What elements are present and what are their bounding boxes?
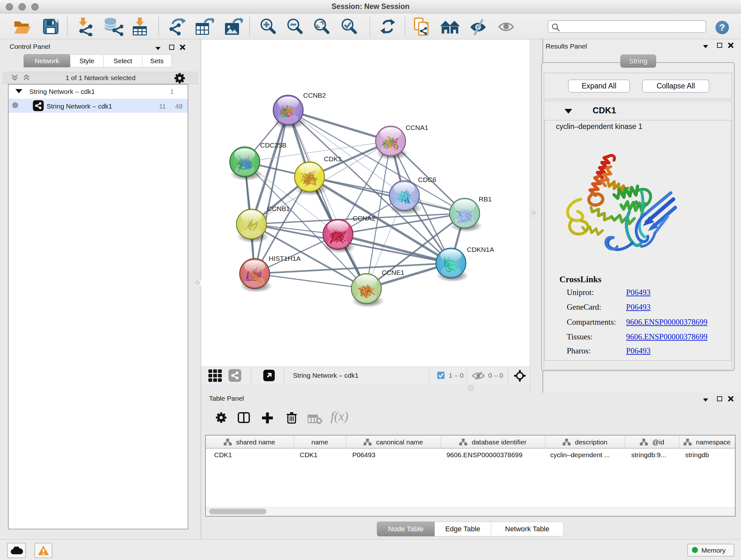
svg-text:HIST1H1A: HIST1H1A [269,255,300,262]
svg-text:CCNA1: CCNA1 [406,124,428,131]
svg-text:CCNB1: CCNB1 [267,205,290,212]
svg-text:CDK1: CDK1 [324,155,342,163]
svg-text:CCNB2: CCNB2 [303,91,326,99]
svg-text:CCNA2: CCNA2 [353,214,375,222]
svg-text:CDKN1A: CDKN1A [467,246,494,253]
svg-text:CDC25B: CDC25B [260,141,286,149]
svg-text:CCNE1: CCNE1 [382,269,404,276]
svg-text:CDC6: CDC6 [418,176,436,183]
svg-text:RB1: RB1 [479,195,492,203]
